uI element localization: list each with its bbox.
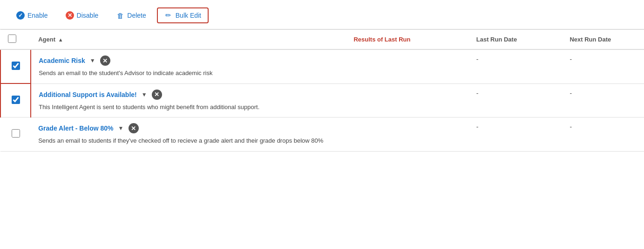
row-last-run-cell: - xyxy=(469,49,563,83)
agent-name-link-grade-alert[interactable]: Grade Alert - Below 80% xyxy=(38,124,113,132)
x-circle-icon: ✕ xyxy=(66,11,74,20)
header-results: Results of Last Run xyxy=(346,30,468,50)
disable-label: Disable xyxy=(77,12,99,19)
last-run-value: - xyxy=(476,123,479,131)
next-run-value: - xyxy=(569,123,572,131)
enable-icon: ✓ xyxy=(16,11,25,20)
pencil-icon: ✏ xyxy=(164,11,173,20)
table-header-row: Agent ▲ Results of Last Run Last Run Dat… xyxy=(0,30,644,50)
row-agent-cell: Academic Risk ▼ ✕ Sends an email to the … xyxy=(31,49,346,83)
table-row: Additional Support is Available! ▼ ✕ Thi… xyxy=(0,83,644,118)
row-last-run-cell: - xyxy=(469,83,563,118)
row-last-run-cell: - xyxy=(469,118,563,152)
trash-icon: 🗑 xyxy=(116,11,124,20)
header-last-run: Last Run Date xyxy=(469,30,563,50)
disable-icon: ✕ xyxy=(66,11,74,20)
row-next-run-cell: - xyxy=(562,118,644,152)
row-checkbox-cell xyxy=(0,83,31,118)
row-results-cell xyxy=(346,83,468,118)
check-circle-icon: ✓ xyxy=(16,11,25,20)
last-run-value: - xyxy=(476,55,479,63)
remove-agent-icon[interactable]: ✕ xyxy=(100,55,110,66)
select-all-checkbox[interactable] xyxy=(8,35,16,43)
table-row: Academic Risk ▼ ✕ Sends an email to the … xyxy=(0,49,644,83)
row-results-cell xyxy=(346,118,468,152)
row-agent-cell: Additional Support is Available! ▼ ✕ Thi… xyxy=(31,83,346,118)
agent-name-row: Academic Risk ▼ ✕ xyxy=(39,55,339,66)
agent-name-row: Additional Support is Available! ▼ ✕ xyxy=(39,90,339,100)
toolbar: ✓ Enable ✕ Disable 🗑 Delete ✏ Bulk Edit xyxy=(0,0,644,29)
agent-description: Sends an email to the student's Advisor … xyxy=(39,69,339,78)
agent-name-link-academic-risk[interactable]: Academic Risk xyxy=(39,57,85,64)
row-results-cell xyxy=(346,49,468,83)
next-run-value: - xyxy=(569,55,572,63)
remove-agent-icon[interactable]: ✕ xyxy=(152,90,162,100)
delete-button[interactable]: 🗑 Delete xyxy=(109,8,153,23)
bulk-edit-label: Bulk Edit xyxy=(176,12,201,19)
row-next-run-cell: - xyxy=(562,49,644,83)
disable-button[interactable]: ✕ Disable xyxy=(59,8,106,23)
bulk-edit-button[interactable]: ✏ Bulk Edit xyxy=(157,7,209,23)
remove-agent-icon[interactable]: ✕ xyxy=(129,123,139,133)
header-agent: Agent ▲ xyxy=(31,30,346,50)
chevron-down-icon[interactable]: ▼ xyxy=(140,90,149,99)
enable-label: Enable xyxy=(27,12,48,19)
chevron-down-icon[interactable]: ▼ xyxy=(88,56,97,65)
agent-description: This Intelligent Agent is sent to studen… xyxy=(39,103,339,112)
header-checkbox-cell xyxy=(0,30,31,50)
agent-name-row: Grade Alert - Below 80% ▼ ✕ xyxy=(38,123,339,133)
table-body: Academic Risk ▼ ✕ Sends an email to the … xyxy=(0,49,644,151)
row-checkbox-grade-alert[interactable] xyxy=(12,129,20,138)
header-next-run: Next Run Date xyxy=(562,30,644,50)
row-agent-cell: Grade Alert - Below 80% ▼ ✕ Sends an ema… xyxy=(31,118,346,152)
sort-arrow-icon: ▲ xyxy=(58,37,63,42)
row-checkbox-academic-risk[interactable] xyxy=(12,62,20,70)
agents-table: Agent ▲ Results of Last Run Last Run Dat… xyxy=(0,29,644,152)
agent-name-link-additional-support[interactable]: Additional Support is Available! xyxy=(39,91,137,98)
table-row: Grade Alert - Below 80% ▼ ✕ Sends an ema… xyxy=(0,118,644,152)
delete-label: Delete xyxy=(127,12,146,19)
enable-button[interactable]: ✓ Enable xyxy=(9,8,55,23)
next-run-value: - xyxy=(569,90,572,97)
row-checkbox-additional-support[interactable] xyxy=(12,96,20,104)
row-next-run-cell: - xyxy=(562,83,644,118)
chevron-down-icon[interactable]: ▼ xyxy=(116,124,126,133)
agent-description: Sends an email to students if they've ch… xyxy=(38,136,339,145)
row-checkbox-cell xyxy=(0,49,31,83)
last-run-value: - xyxy=(476,90,479,97)
row-checkbox-cell xyxy=(0,118,31,152)
